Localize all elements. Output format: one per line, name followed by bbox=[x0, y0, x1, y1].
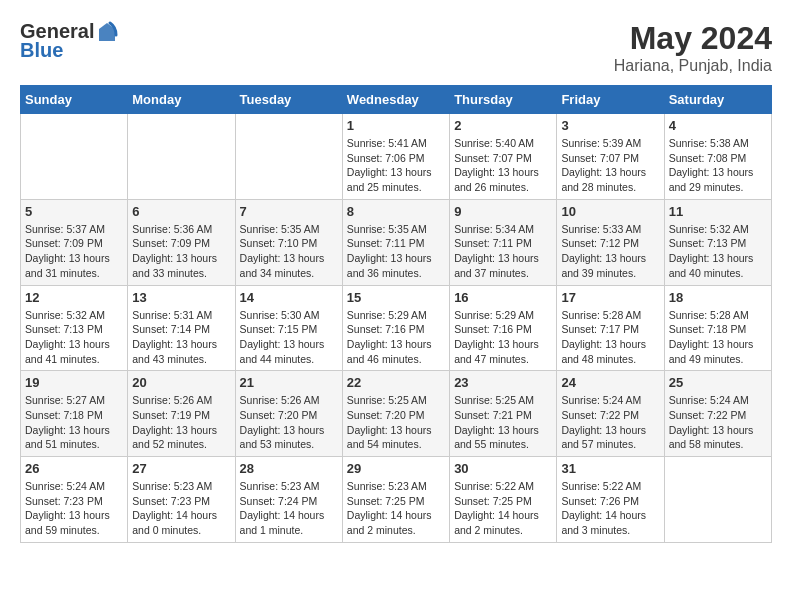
calendar-header-wednesday: Wednesday bbox=[342, 86, 449, 114]
day-number: 17 bbox=[561, 290, 659, 305]
day-number: 18 bbox=[669, 290, 767, 305]
day-number: 15 bbox=[347, 290, 445, 305]
day-number: 25 bbox=[669, 375, 767, 390]
day-info: Sunrise: 5:34 AM Sunset: 7:11 PM Dayligh… bbox=[454, 222, 552, 281]
calendar-header-sunday: Sunday bbox=[21, 86, 128, 114]
calendar-cell: 23Sunrise: 5:25 AM Sunset: 7:21 PM Dayli… bbox=[450, 371, 557, 457]
day-number: 12 bbox=[25, 290, 123, 305]
day-number: 13 bbox=[132, 290, 230, 305]
logo-icon bbox=[96, 21, 118, 43]
day-info: Sunrise: 5:35 AM Sunset: 7:10 PM Dayligh… bbox=[240, 222, 338, 281]
calendar-week-row: 19Sunrise: 5:27 AM Sunset: 7:18 PM Dayli… bbox=[21, 371, 772, 457]
day-info: Sunrise: 5:26 AM Sunset: 7:20 PM Dayligh… bbox=[240, 393, 338, 452]
calendar-cell: 30Sunrise: 5:22 AM Sunset: 7:25 PM Dayli… bbox=[450, 457, 557, 543]
day-number: 6 bbox=[132, 204, 230, 219]
day-info: Sunrise: 5:32 AM Sunset: 7:13 PM Dayligh… bbox=[25, 308, 123, 367]
day-info: Sunrise: 5:35 AM Sunset: 7:11 PM Dayligh… bbox=[347, 222, 445, 281]
day-number: 28 bbox=[240, 461, 338, 476]
calendar-cell: 7Sunrise: 5:35 AM Sunset: 7:10 PM Daylig… bbox=[235, 199, 342, 285]
calendar-cell: 25Sunrise: 5:24 AM Sunset: 7:22 PM Dayli… bbox=[664, 371, 771, 457]
day-info: Sunrise: 5:30 AM Sunset: 7:15 PM Dayligh… bbox=[240, 308, 338, 367]
calendar-week-row: 12Sunrise: 5:32 AM Sunset: 7:13 PM Dayli… bbox=[21, 285, 772, 371]
calendar-cell: 31Sunrise: 5:22 AM Sunset: 7:26 PM Dayli… bbox=[557, 457, 664, 543]
day-info: Sunrise: 5:25 AM Sunset: 7:21 PM Dayligh… bbox=[454, 393, 552, 452]
day-info: Sunrise: 5:32 AM Sunset: 7:13 PM Dayligh… bbox=[669, 222, 767, 281]
day-number: 7 bbox=[240, 204, 338, 219]
day-number: 5 bbox=[25, 204, 123, 219]
calendar-header-row: SundayMondayTuesdayWednesdayThursdayFrid… bbox=[21, 86, 772, 114]
day-info: Sunrise: 5:38 AM Sunset: 7:08 PM Dayligh… bbox=[669, 136, 767, 195]
day-info: Sunrise: 5:39 AM Sunset: 7:07 PM Dayligh… bbox=[561, 136, 659, 195]
day-info: Sunrise: 5:41 AM Sunset: 7:06 PM Dayligh… bbox=[347, 136, 445, 195]
day-info: Sunrise: 5:22 AM Sunset: 7:25 PM Dayligh… bbox=[454, 479, 552, 538]
calendar-cell: 3Sunrise: 5:39 AM Sunset: 7:07 PM Daylig… bbox=[557, 114, 664, 200]
calendar-week-row: 1Sunrise: 5:41 AM Sunset: 7:06 PM Daylig… bbox=[21, 114, 772, 200]
day-info: Sunrise: 5:24 AM Sunset: 7:22 PM Dayligh… bbox=[561, 393, 659, 452]
day-number: 2 bbox=[454, 118, 552, 133]
day-info: Sunrise: 5:33 AM Sunset: 7:12 PM Dayligh… bbox=[561, 222, 659, 281]
calendar-cell: 10Sunrise: 5:33 AM Sunset: 7:12 PM Dayli… bbox=[557, 199, 664, 285]
day-number: 16 bbox=[454, 290, 552, 305]
day-number: 30 bbox=[454, 461, 552, 476]
day-number: 26 bbox=[25, 461, 123, 476]
logo-blue: Blue bbox=[20, 39, 63, 62]
day-info: Sunrise: 5:26 AM Sunset: 7:19 PM Dayligh… bbox=[132, 393, 230, 452]
calendar-header-thursday: Thursday bbox=[450, 86, 557, 114]
day-number: 10 bbox=[561, 204, 659, 219]
day-number: 23 bbox=[454, 375, 552, 390]
day-info: Sunrise: 5:40 AM Sunset: 7:07 PM Dayligh… bbox=[454, 136, 552, 195]
day-info: Sunrise: 5:23 AM Sunset: 7:25 PM Dayligh… bbox=[347, 479, 445, 538]
day-info: Sunrise: 5:24 AM Sunset: 7:22 PM Dayligh… bbox=[669, 393, 767, 452]
day-info: Sunrise: 5:29 AM Sunset: 7:16 PM Dayligh… bbox=[347, 308, 445, 367]
calendar-cell bbox=[21, 114, 128, 200]
day-info: Sunrise: 5:37 AM Sunset: 7:09 PM Dayligh… bbox=[25, 222, 123, 281]
calendar-header-tuesday: Tuesday bbox=[235, 86, 342, 114]
calendar-cell: 14Sunrise: 5:30 AM Sunset: 7:15 PM Dayli… bbox=[235, 285, 342, 371]
calendar-cell: 20Sunrise: 5:26 AM Sunset: 7:19 PM Dayli… bbox=[128, 371, 235, 457]
day-info: Sunrise: 5:24 AM Sunset: 7:23 PM Dayligh… bbox=[25, 479, 123, 538]
calendar-week-row: 26Sunrise: 5:24 AM Sunset: 7:23 PM Dayli… bbox=[21, 457, 772, 543]
calendar: SundayMondayTuesdayWednesdayThursdayFrid… bbox=[20, 85, 772, 543]
calendar-cell: 18Sunrise: 5:28 AM Sunset: 7:18 PM Dayli… bbox=[664, 285, 771, 371]
day-info: Sunrise: 5:22 AM Sunset: 7:26 PM Dayligh… bbox=[561, 479, 659, 538]
calendar-cell bbox=[128, 114, 235, 200]
day-number: 8 bbox=[347, 204, 445, 219]
day-number: 11 bbox=[669, 204, 767, 219]
calendar-header-friday: Friday bbox=[557, 86, 664, 114]
day-info: Sunrise: 5:31 AM Sunset: 7:14 PM Dayligh… bbox=[132, 308, 230, 367]
calendar-cell bbox=[664, 457, 771, 543]
day-number: 22 bbox=[347, 375, 445, 390]
calendar-cell: 13Sunrise: 5:31 AM Sunset: 7:14 PM Dayli… bbox=[128, 285, 235, 371]
calendar-cell: 11Sunrise: 5:32 AM Sunset: 7:13 PM Dayli… bbox=[664, 199, 771, 285]
calendar-cell: 1Sunrise: 5:41 AM Sunset: 7:06 PM Daylig… bbox=[342, 114, 449, 200]
day-number: 14 bbox=[240, 290, 338, 305]
calendar-cell: 22Sunrise: 5:25 AM Sunset: 7:20 PM Dayli… bbox=[342, 371, 449, 457]
calendar-cell: 2Sunrise: 5:40 AM Sunset: 7:07 PM Daylig… bbox=[450, 114, 557, 200]
day-info: Sunrise: 5:36 AM Sunset: 7:09 PM Dayligh… bbox=[132, 222, 230, 281]
day-info: Sunrise: 5:28 AM Sunset: 7:17 PM Dayligh… bbox=[561, 308, 659, 367]
calendar-cell: 26Sunrise: 5:24 AM Sunset: 7:23 PM Dayli… bbox=[21, 457, 128, 543]
calendar-cell: 9Sunrise: 5:34 AM Sunset: 7:11 PM Daylig… bbox=[450, 199, 557, 285]
calendar-cell: 17Sunrise: 5:28 AM Sunset: 7:17 PM Dayli… bbox=[557, 285, 664, 371]
calendar-cell: 16Sunrise: 5:29 AM Sunset: 7:16 PM Dayli… bbox=[450, 285, 557, 371]
title-area: May 2024 Hariana, Punjab, India bbox=[614, 20, 772, 75]
day-number: 21 bbox=[240, 375, 338, 390]
calendar-cell bbox=[235, 114, 342, 200]
day-info: Sunrise: 5:23 AM Sunset: 7:24 PM Dayligh… bbox=[240, 479, 338, 538]
day-info: Sunrise: 5:23 AM Sunset: 7:23 PM Dayligh… bbox=[132, 479, 230, 538]
day-info: Sunrise: 5:28 AM Sunset: 7:18 PM Dayligh… bbox=[669, 308, 767, 367]
calendar-week-row: 5Sunrise: 5:37 AM Sunset: 7:09 PM Daylig… bbox=[21, 199, 772, 285]
calendar-cell: 6Sunrise: 5:36 AM Sunset: 7:09 PM Daylig… bbox=[128, 199, 235, 285]
calendar-cell: 29Sunrise: 5:23 AM Sunset: 7:25 PM Dayli… bbox=[342, 457, 449, 543]
calendar-cell: 28Sunrise: 5:23 AM Sunset: 7:24 PM Dayli… bbox=[235, 457, 342, 543]
day-number: 9 bbox=[454, 204, 552, 219]
calendar-cell: 21Sunrise: 5:26 AM Sunset: 7:20 PM Dayli… bbox=[235, 371, 342, 457]
day-info: Sunrise: 5:29 AM Sunset: 7:16 PM Dayligh… bbox=[454, 308, 552, 367]
day-number: 19 bbox=[25, 375, 123, 390]
day-number: 3 bbox=[561, 118, 659, 133]
month-title: May 2024 bbox=[614, 20, 772, 57]
calendar-header-monday: Monday bbox=[128, 86, 235, 114]
day-number: 24 bbox=[561, 375, 659, 390]
calendar-header-saturday: Saturday bbox=[664, 86, 771, 114]
calendar-cell: 8Sunrise: 5:35 AM Sunset: 7:11 PM Daylig… bbox=[342, 199, 449, 285]
